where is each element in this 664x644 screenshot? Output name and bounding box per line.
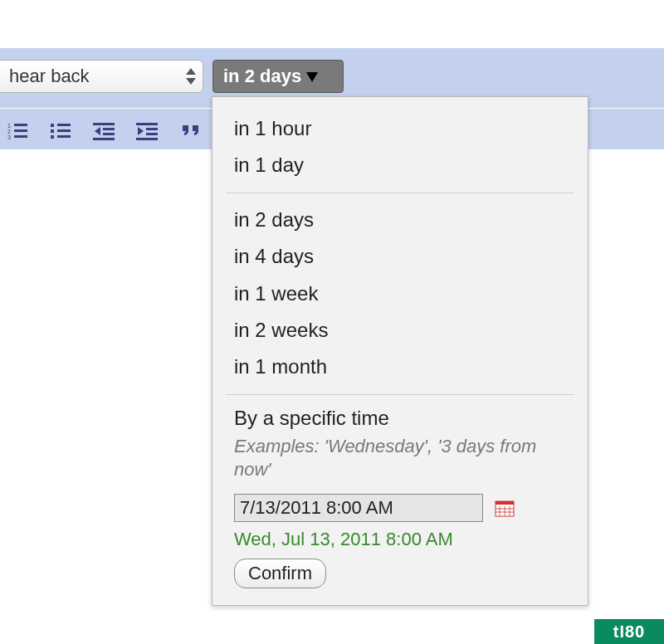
menu-item-2-days[interactable]: in 2 days (212, 202, 588, 238)
svg-rect-20 (136, 123, 158, 125)
svg-rect-15 (93, 123, 115, 125)
svg-text:3: 3 (7, 134, 11, 140)
confirm-row: Confirm (212, 552, 588, 588)
svg-marker-0 (186, 68, 196, 75)
parsed-date-label: Wed, Jul 13, 2011 8:00 AM (212, 525, 588, 552)
svg-marker-2 (306, 72, 318, 82)
bulleted-list-icon[interactable] (50, 121, 73, 141)
svg-rect-11 (51, 135, 54, 139)
svg-rect-16 (103, 128, 115, 130)
svg-rect-22 (146, 133, 158, 135)
format-toolbar: 1 2 3 (0, 115, 203, 148)
svg-marker-1 (186, 78, 196, 85)
time-dropdown-menu: in 1 hour in 1 day in 2 days in 4 days i… (212, 96, 588, 606)
svg-marker-19 (95, 127, 100, 135)
numbered-list-icon[interactable]: 1 2 3 (7, 121, 30, 141)
watermark-badge: tI80 (594, 619, 664, 644)
menu-item-2-weeks[interactable]: in 2 weeks (212, 312, 588, 349)
menu-item-1-day[interactable]: in 1 day (212, 147, 588, 183)
svg-rect-6 (14, 124, 27, 126)
svg-rect-18 (93, 138, 115, 140)
chevron-down-icon (306, 66, 318, 87)
svg-rect-17 (103, 133, 115, 135)
time-dropdown-label: in 2 days (223, 66, 301, 87)
specific-date-row (212, 490, 588, 525)
specific-date-input[interactable] (234, 494, 483, 522)
menu-separator (226, 193, 574, 193)
select-stepper-icon (183, 63, 199, 90)
calendar-icon[interactable] (495, 499, 515, 517)
viewport: hear back in 2 days 1 2 3 (0, 0, 664, 644)
condition-select-label: hear back (9, 66, 90, 87)
menu-item-1-hour[interactable]: in 1 hour (212, 110, 588, 147)
quote-icon[interactable] (179, 121, 203, 141)
svg-rect-23 (136, 138, 158, 140)
svg-rect-8 (14, 135, 27, 138)
svg-rect-12 (57, 124, 71, 126)
menu-separator (226, 394, 574, 395)
svg-rect-26 (496, 501, 514, 505)
specific-time-title: By a specific time (212, 403, 588, 433)
menu-item-1-week[interactable]: in 1 week (212, 276, 588, 312)
svg-rect-21 (146, 128, 158, 130)
indent-icon[interactable] (136, 121, 159, 141)
svg-text:1: 1 (7, 123, 11, 129)
confirm-button[interactable]: Confirm (234, 559, 326, 588)
condition-select[interactable]: hear back (0, 60, 203, 93)
svg-rect-14 (57, 135, 71, 138)
svg-rect-13 (57, 129, 71, 132)
svg-rect-10 (51, 129, 54, 133)
outdent-icon[interactable] (93, 121, 116, 141)
svg-text:2: 2 (7, 129, 11, 134)
svg-rect-9 (51, 124, 54, 127)
time-dropdown-button[interactable]: in 2 days (212, 60, 344, 93)
menu-item-4-days[interactable]: in 4 days (212, 238, 588, 275)
specific-time-examples: Examples: 'Wednesday', '3 days from now' (212, 433, 588, 490)
svg-rect-7 (14, 129, 27, 132)
menu-item-1-month[interactable]: in 1 month (212, 349, 588, 385)
svg-marker-24 (138, 127, 144, 135)
